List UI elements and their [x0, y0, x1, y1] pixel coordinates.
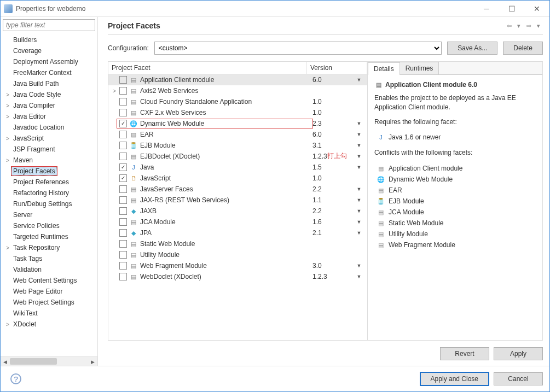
facet-checkbox[interactable] — [119, 174, 127, 182]
version-dropdown-icon[interactable]: ▼ — [351, 274, 367, 279]
col-header-facet[interactable]: Project Facet — [108, 62, 307, 74]
facet-row[interactable]: ▤JavaServer Faces2.2▼ — [108, 184, 367, 195]
sidebar-item-server[interactable]: Server — [1, 209, 97, 220]
apply-and-close-button[interactable]: Apply and Close — [420, 372, 489, 386]
facet-row[interactable]: ▤Utility Module — [108, 249, 367, 260]
apply-button[interactable]: Apply — [494, 347, 543, 360]
facet-checkbox[interactable] — [119, 251, 127, 259]
facet-checkbox[interactable] — [119, 185, 127, 193]
version-dropdown-icon[interactable]: ▼ — [351, 143, 367, 148]
delete-button[interactable]: Delete — [503, 42, 543, 55]
facet-row[interactable]: ▤JAX-RS (REST Web Services)1.1▼ — [108, 195, 367, 206]
sidebar-item-jsp-fragment[interactable]: JSP Fragment — [1, 144, 97, 155]
facet-checkbox[interactable] — [119, 229, 127, 237]
facet-checkbox[interactable] — [119, 120, 127, 127]
forward-menu-icon[interactable]: ▾ — [534, 22, 543, 30]
sidebar-item-task-repository[interactable]: >Task Repository — [1, 242, 97, 253]
version-dropdown-icon[interactable]: ▼ — [351, 154, 367, 159]
facet-row[interactable]: 🫙EJB Module3.1▼ — [108, 140, 367, 151]
version-dropdown-icon[interactable]: ▼ — [351, 197, 367, 203]
version-dropdown-icon[interactable]: ▼ — [351, 165, 367, 170]
version-dropdown-icon[interactable]: ▼ — [351, 121, 367, 126]
sidebar-item-web-project-settings[interactable]: Web Project Settings — [1, 297, 97, 308]
maximize-button[interactable]: ☐ — [499, 1, 524, 17]
facet-row[interactable]: ▤Application Client module6.0▼ — [108, 74, 367, 85]
sidebar-item-task-tags[interactable]: Task Tags — [1, 253, 97, 264]
version-dropdown-icon[interactable]: ▼ — [351, 208, 367, 214]
revert-button[interactable]: Revert — [440, 347, 489, 360]
sidebar-item-coverage[interactable]: Coverage — [1, 45, 97, 56]
facet-checkbox[interactable] — [119, 218, 127, 226]
sidebar-item-builders[interactable]: Builders — [1, 34, 97, 45]
col-header-version[interactable]: Version — [307, 62, 367, 74]
facet-checkbox[interactable] — [119, 163, 127, 171]
sidebar-item-project-references[interactable]: Project References — [1, 177, 97, 188]
sidebar-item-targeted-runtimes[interactable]: Targeted Runtimes — [1, 231, 97, 242]
sidebar-item-freemarker-context[interactable]: FreeMarker Context — [1, 67, 97, 78]
version-dropdown-icon[interactable]: ▼ — [351, 219, 367, 225]
facet-checkbox[interactable] — [119, 142, 127, 149]
facet-row[interactable]: JJava1.5▼ — [108, 162, 367, 173]
sidebar-item-java-code-style[interactable]: >Java Code Style — [1, 89, 97, 100]
facet-checkbox[interactable] — [119, 98, 127, 106]
filter-input[interactable] — [3, 19, 95, 31]
version-dropdown-icon[interactable]: ▼ — [351, 132, 367, 137]
sidebar-item-project-facets[interactable]: Project Facets — [1, 166, 97, 177]
sidebar-item-java-compiler[interactable]: >Java Compiler — [1, 100, 97, 111]
facet-row[interactable]: >▤Axis2 Web Services — [108, 85, 367, 96]
facet-checkbox[interactable] — [119, 76, 127, 84]
scroll-left-icon[interactable]: ◀ — [1, 357, 10, 366]
forward-icon[interactable]: ⇨ — [524, 22, 533, 30]
help-icon[interactable]: ? — [10, 373, 21, 384]
facet-checkbox[interactable] — [119, 207, 127, 215]
facet-checkbox[interactable] — [119, 273, 127, 280]
sidebar-item-run-debug-settings[interactable]: Run/Debug Settings — [1, 198, 97, 209]
facet-row[interactable]: ▤Cloud Foundry Standalone Application1.0 — [108, 96, 367, 107]
scroll-right-icon[interactable]: ▶ — [88, 357, 97, 366]
sidebar-item-web-page-editor[interactable]: Web Page Editor — [1, 286, 97, 297]
facet-row[interactable]: ▤Web Fragment Module3.0▼ — [108, 260, 367, 271]
cancel-button[interactable]: Cancel — [494, 372, 543, 385]
configuration-select[interactable]: <custom> — [154, 42, 442, 55]
facet-row[interactable]: ◆JAXB2.2▼ — [108, 206, 367, 217]
sidebar-item-wikitext[interactable]: WikiText — [1, 308, 97, 319]
version-dropdown-icon[interactable]: ▼ — [351, 77, 367, 83]
facet-row[interactable]: ▤EAR6.0▼ — [108, 129, 367, 140]
facet-row[interactable]: 🗋JavaScript1.0 — [108, 173, 367, 184]
version-dropdown-icon[interactable]: ▼ — [351, 263, 367, 268]
sidebar-item-deployment-assembly[interactable]: Deployment Assembly — [1, 56, 97, 67]
facet-checkbox[interactable] — [119, 262, 127, 270]
facet-checkbox[interactable] — [119, 87, 127, 95]
sidebar-item-service-policies[interactable]: Service Policies — [1, 220, 97, 231]
version-dropdown-icon[interactable]: ▼ — [351, 186, 367, 192]
back-menu-icon[interactable]: ▾ — [514, 22, 523, 30]
sidebar-item-javadoc-location[interactable]: Javadoc Location — [1, 122, 97, 133]
tab-details[interactable]: Details — [368, 62, 400, 75]
facet-row[interactable]: ▤WebDoclet (XDoclet)1.2.3▼ — [108, 271, 367, 282]
sidebar-item-javascript[interactable]: >JavaScript — [1, 133, 97, 144]
facet-checkbox[interactable] — [119, 131, 127, 138]
sidebar-item-web-content-settings[interactable]: Web Content Settings — [1, 275, 97, 286]
facet-row[interactable]: ▤JCA Module1.6▼ — [108, 217, 367, 227]
sidebar-item-refactoring-history[interactable]: Refactoring History — [1, 188, 97, 198]
facet-checkbox[interactable] — [119, 196, 127, 204]
sidebar-item-maven[interactable]: >Maven — [1, 155, 97, 166]
save-as-button[interactable]: Save As... — [447, 42, 497, 55]
facet-checkbox[interactable] — [119, 153, 127, 160]
minimize-button[interactable]: ─ — [474, 1, 499, 17]
facet-row[interactable]: 🌐Dynamic Web Module2.3▼ — [108, 118, 367, 129]
sidebar-scrollbar[interactable]: ◀ ▶ — [1, 356, 97, 366]
sidebar-item-validation[interactable]: Validation — [1, 264, 97, 275]
version-dropdown-icon[interactable]: ▼ — [351, 230, 367, 236]
sidebar-item-java-build-path[interactable]: Java Build Path — [1, 78, 97, 89]
back-icon[interactable]: ⇦ — [505, 22, 513, 30]
facet-row[interactable]: ▤Static Web Module — [108, 238, 367, 249]
sidebar-item-java-editor[interactable]: >Java Editor — [1, 111, 97, 122]
facet-checkbox[interactable] — [119, 240, 127, 248]
facet-row[interactable]: ▤CXF 2.x Web Services1.0 — [108, 107, 367, 118]
close-button[interactable]: ✕ — [524, 1, 549, 17]
facet-checkbox[interactable] — [119, 109, 127, 116]
facet-row[interactable]: ◆JPA2.1▼ — [108, 227, 367, 238]
sidebar-item-xdoclet[interactable]: >XDoclet — [1, 319, 97, 330]
tab-runtimes[interactable]: Runtimes — [400, 62, 439, 74]
